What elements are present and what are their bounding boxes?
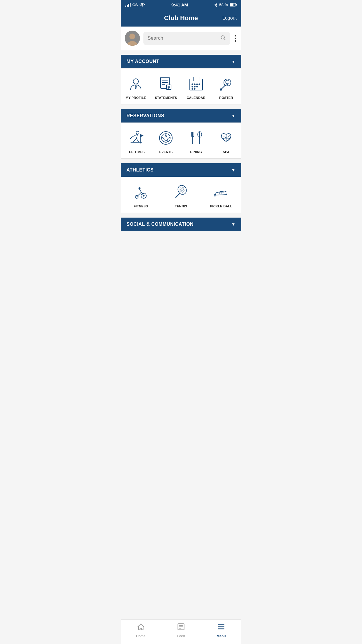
feed-icon [177,623,185,633]
dining-icon [187,129,205,147]
status-bar: GS 9:41 AM 58 % [121,0,241,10]
page-title: Club Home [138,14,224,22]
my-profile-item[interactable]: MY PROFILE [121,69,151,104]
my-profile-label: MY PROFILE [126,96,146,99]
reservations-grid: TEE TIMES EVENTS [121,123,241,159]
svg-line-68 [179,189,183,193]
svg-line-65 [176,193,180,197]
statements-label: STATEMENTS [155,96,177,99]
section-reservations-header[interactable]: RESERVATIONS ▼ [121,109,241,123]
nav-menu-label: Menu [217,634,226,638]
nav-feed-label: Feed [177,634,185,638]
my-profile-icon [127,75,145,92]
athletics-grid: FITNESS TENNIS [121,177,241,213]
fitness-label: FITNESS [134,204,148,208]
pickleball-item[interactable]: PICKLE BALL [201,177,241,213]
svg-line-37 [133,139,136,141]
chevron-down-icon: ▼ [231,113,236,118]
signal-bars-icon [125,3,131,7]
svg-point-34 [220,89,222,90]
roster-icon [217,75,235,92]
home-icon [137,623,145,633]
pickleball-label: PICKLE BALL [210,204,232,208]
nav-feed[interactable]: Feed [161,623,201,638]
search-icon [220,35,226,42]
svg-point-4 [129,34,135,39]
status-time: 9:41 AM [171,2,188,7]
section-athletics-header[interactable]: ATHLETICS ▼ [121,163,241,177]
tennis-icon [172,183,190,201]
tee-times-icon [127,129,145,147]
section-my-account: MY ACCOUNT ▼ MY PROFILE [121,55,241,104]
section-athletics: ATHLETICS ▼ [121,163,241,213]
menu-icon [217,623,225,633]
fitness-icon [132,183,150,201]
fitness-item[interactable]: FITNESS [121,177,161,213]
section-my-account-header[interactable]: MY ACCOUNT ▼ [121,55,241,68]
section-athletics-label: ATHLETICS [126,167,154,173]
logout-button[interactable]: Logout [222,15,237,21]
svg-rect-2 [236,4,237,6]
status-left: GS [125,3,145,7]
svg-point-6 [221,36,224,39]
dining-item[interactable]: DINING [181,123,211,158]
spa-item[interactable]: SPA [211,123,241,158]
section-social-header[interactable]: SOCIAL & COMMUNICATION ▼ [121,218,241,231]
more-menu-button[interactable] [233,34,237,43]
section-reservations: RESERVATIONS ▼ [121,109,241,159]
carrier-label: GS [132,3,138,7]
chevron-down-icon: ▼ [231,168,236,172]
tee-times-item[interactable]: TEE TIMES [121,123,151,158]
bottom-nav: Home Feed Menu [121,620,241,644]
nav-home-label: Home [136,634,145,638]
app-header: Club Home Logout [121,10,241,27]
svg-line-59 [140,189,141,192]
svg-point-26 [194,86,195,87]
svg-point-23 [196,84,198,85]
spa-label: SPA [223,150,230,154]
svg-point-27 [196,86,198,87]
tee-times-label: TEE TIMES [127,150,145,154]
svg-point-29 [194,88,195,90]
events-label: EVENTS [159,150,173,154]
svg-point-28 [192,88,193,90]
svg-point-8 [133,79,138,84]
events-item[interactable]: EVENTS [151,123,181,158]
avatar[interactable] [125,31,140,46]
svg-point-25 [192,86,193,87]
status-right: 58 % [215,3,237,7]
bluetooth-icon [215,3,217,7]
roster-label: ROSTER [219,96,233,99]
pickleball-icon [212,183,230,201]
statements-icon [157,75,175,92]
search-input[interactable] [147,35,218,41]
svg-point-32 [227,84,228,85]
search-row [121,27,241,50]
tennis-item[interactable]: TENNIS [161,177,201,213]
svg-point-31 [226,80,229,84]
calendar-icon [187,75,205,92]
svg-point-21 [192,84,193,85]
chevron-down-icon: ▼ [231,222,236,227]
my-account-grid: MY PROFILE STATEMENTS [121,68,241,104]
svg-line-7 [224,38,226,40]
search-field-wrap[interactable] [143,32,230,45]
battery-icon [230,3,237,7]
section-social: SOCIAL & COMMUNICATION ▼ [121,218,241,231]
battery-label: 58 % [219,3,228,7]
nav-menu[interactable]: Menu [201,623,241,638]
svg-line-57 [137,192,141,197]
nav-home[interactable]: Home [121,623,161,638]
statements-item[interactable]: STATEMENTS [151,69,181,104]
svg-line-40 [131,137,132,139]
calendar-item[interactable]: CALENDAR [181,69,211,104]
content-area: MY ACCOUNT ▼ MY PROFILE [121,55,241,254]
svg-point-35 [136,131,139,134]
section-social-label: SOCIAL & COMMUNICATION [126,222,194,227]
svg-line-38 [136,139,139,142]
events-icon [157,129,175,147]
tennis-label: TENNIS [175,204,187,208]
roster-item[interactable]: ROSTER [211,69,241,104]
dining-label: DINING [190,150,202,154]
svg-marker-42 [140,134,143,137]
